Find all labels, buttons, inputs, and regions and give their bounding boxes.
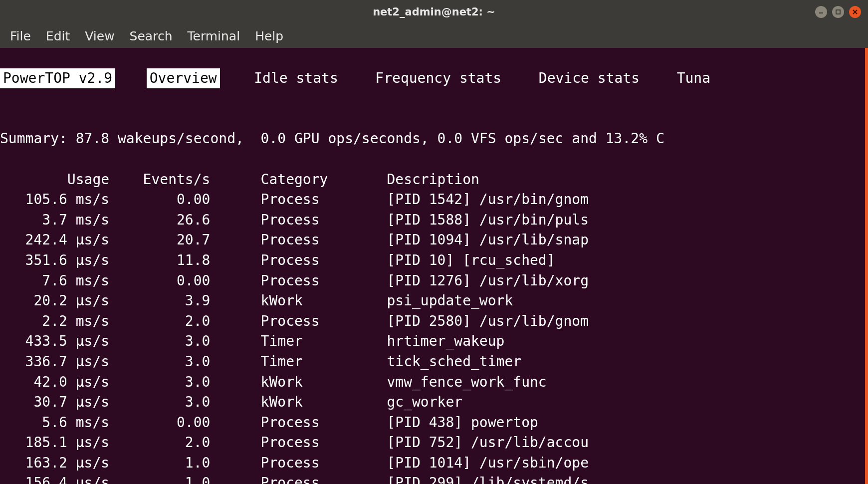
window-controls	[815, 6, 861, 18]
table-row: 351.6 µs/s11.8 Process[PID 10] [rcu_sche…	[0, 252, 555, 268]
table-row: 5.6 ms/s0.00 Process[PID 438] powertop	[0, 414, 538, 431]
minimize-button[interactable]	[815, 6, 827, 18]
cell-category: kWork	[261, 372, 387, 393]
cell-events: 1.0	[109, 473, 210, 484]
cell-description: [PID 1588] /usr/bin/puls	[387, 210, 589, 231]
table-row: 156.4 µs/s1.0 Process[PID 299] /lib/syst…	[0, 475, 589, 484]
col-header-description: Description	[387, 170, 479, 190]
cell-category: Process	[261, 271, 387, 291]
cell-category: Process	[261, 413, 387, 433]
menu-file[interactable]: File	[10, 29, 31, 43]
cell-description: [PID 1094] /usr/lib/snap	[387, 230, 589, 250]
cell-usage: 20.2 µs/s	[0, 291, 109, 311]
tab-tunables[interactable]: Tuna	[674, 68, 713, 89]
cell-usage: 2.2 ms/s	[0, 311, 109, 332]
cell-description: [PID 438] powertop	[387, 413, 538, 433]
tab-overview[interactable]: Overview	[147, 68, 220, 89]
cell-events: 3.0	[109, 352, 210, 372]
cell-usage: 7.6 ms/s	[0, 271, 109, 291]
app-label: PowerTOP v2.9	[0, 68, 115, 89]
table-row: 3.7 ms/s26.6 Process[PID 1588] /usr/bin/…	[0, 212, 589, 228]
close-button[interactable]	[849, 6, 861, 18]
cell-description: [PID 1542] /usr/bin/gnom	[387, 190, 589, 210]
table-row: 336.7 µs/s3.0 Timertick_sched_timer	[0, 353, 521, 370]
cell-description: [PID 1276] /usr/lib/xorg	[387, 271, 589, 291]
cell-events: 2.0	[109, 433, 210, 453]
maximize-button[interactable]	[832, 6, 844, 18]
summary-line: Summary: 87.8 wakeups/second, 0.0 GPU op…	[0, 130, 664, 147]
table-row: 20.2 µs/s3.9 kWorkpsi_update_work	[0, 292, 513, 309]
col-header-events: Events/s	[109, 170, 210, 190]
tab-frequency-stats[interactable]: Frequency stats	[372, 68, 504, 89]
cell-events: 26.6	[109, 210, 210, 231]
table-row: 105.6 ms/s0.00 Process[PID 1542] /usr/bi…	[0, 191, 589, 208]
cell-usage: 433.5 µs/s	[0, 331, 109, 352]
cell-usage: 185.1 µs/s	[0, 433, 109, 453]
cell-events: 3.9	[109, 291, 210, 311]
svg-rect-1	[836, 10, 840, 14]
cell-category: Process	[261, 190, 387, 210]
menu-edit[interactable]: Edit	[46, 29, 70, 43]
table-row: 42.0 µs/s3.0 kWorkvmw_fence_work_func	[0, 374, 547, 390]
cell-description: [PID 1014] /usr/sbin/ope	[387, 453, 589, 474]
window-titlebar: net2_admin@net2: ~	[0, 0, 868, 24]
cell-events: 2.0	[109, 311, 210, 332]
cell-usage: 5.6 ms/s	[0, 413, 109, 433]
cell-description: [PID 752] /usr/lib/accou	[387, 433, 589, 453]
table-row: 2.2 ms/s2.0 Process[PID 2580] /usr/lib/g…	[0, 313, 589, 329]
cell-category: kWork	[261, 291, 387, 311]
table-row: 163.2 µs/s1.0 Process[PID 1014] /usr/sbi…	[0, 455, 589, 471]
cell-category: Process	[261, 230, 387, 250]
cell-usage: 30.7 µs/s	[0, 392, 109, 413]
cell-description: [PID 2580] /usr/lib/gnom	[387, 311, 589, 332]
table-row: 7.6 ms/s0.00 Process[PID 1276] /usr/lib/…	[0, 272, 589, 289]
cell-category: Timer	[261, 352, 387, 372]
table-header-row: UsageEvents/s CategoryDescription	[0, 171, 479, 188]
cell-description: [PID 299] /lib/systemd/s	[387, 473, 589, 484]
cell-usage: 156.4 µs/s	[0, 473, 109, 484]
menu-search[interactable]: Search	[130, 29, 173, 43]
cell-events: 0.00	[109, 271, 210, 291]
tab-idle-stats[interactable]: Idle stats	[251, 68, 341, 89]
cell-usage: 163.2 µs/s	[0, 453, 109, 474]
table-row: 433.5 µs/s3.0 Timerhrtimer_wakeup	[0, 333, 504, 349]
cell-category: Process	[261, 250, 387, 271]
cell-category: Process	[261, 210, 387, 231]
cell-usage: 42.0 µs/s	[0, 372, 109, 393]
cell-usage: 242.4 µs/s	[0, 230, 109, 250]
cell-description: vmw_fence_work_func	[387, 372, 546, 393]
tab-device-stats[interactable]: Device stats	[536, 68, 643, 89]
cell-events: 3.0	[109, 372, 210, 393]
cell-usage: 351.6 µs/s	[0, 250, 109, 271]
powertop-tabs: PowerTOP v2.9 Overview Idle stats Freque…	[0, 68, 865, 89]
cell-usage: 105.6 ms/s	[0, 190, 109, 210]
cell-description: hrtimer_wakeup	[387, 331, 504, 352]
cell-usage: 3.7 ms/s	[0, 210, 109, 231]
col-header-category: Category	[261, 170, 387, 190]
col-header-usage: Usage	[0, 170, 109, 190]
terminal-window: net2_admin@net2: ~ File Edit View Search…	[0, 0, 868, 484]
cell-description: psi_update_work	[387, 291, 513, 311]
menu-view[interactable]: View	[85, 29, 114, 43]
cell-events: 1.0	[109, 453, 210, 474]
menu-help[interactable]: Help	[255, 29, 283, 43]
cell-category: Process	[261, 433, 387, 453]
cell-description: gc_worker	[387, 392, 462, 413]
cell-usage: 336.7 µs/s	[0, 352, 109, 372]
cell-category: Process	[261, 311, 387, 332]
cell-events: 0.00	[109, 190, 210, 210]
table-row: 30.7 µs/s3.0 kWorkgc_worker	[0, 394, 462, 410]
cell-category: Timer	[261, 331, 387, 352]
cell-events: 20.7	[109, 230, 210, 250]
terminal-output[interactable]: PowerTOP v2.9 Overview Idle stats Freque…	[0, 48, 868, 484]
cell-events: 3.0	[109, 392, 210, 413]
menubar: File Edit View Search Terminal Help	[0, 24, 868, 48]
cell-category: Process	[261, 473, 387, 484]
menu-terminal[interactable]: Terminal	[187, 29, 240, 43]
cell-events: 0.00	[109, 413, 210, 433]
table-row: 242.4 µs/s20.7 Process[PID 1094] /usr/li…	[0, 232, 589, 248]
cell-events: 11.8	[109, 250, 210, 271]
cell-category: Process	[261, 453, 387, 474]
window-title: net2_admin@net2: ~	[373, 6, 495, 18]
cell-description: tick_sched_timer	[387, 352, 521, 372]
